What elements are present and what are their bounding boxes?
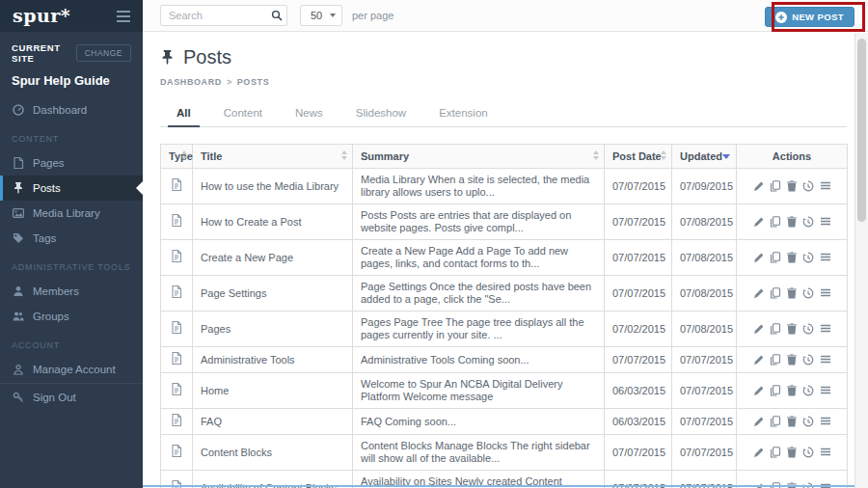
duplicate-icon[interactable]	[769, 323, 781, 336]
duplicate-icon[interactable]	[769, 252, 781, 264]
sidebar-item-members[interactable]: Members	[0, 279, 143, 304]
breadcrumb-dashboard[interactable]: DASHBOARD	[160, 77, 222, 87]
list-icon[interactable]	[819, 447, 831, 459]
sidebar-item-groups[interactable]: Groups	[0, 304, 143, 329]
sidebar-item-pages[interactable]: Pages	[0, 150, 143, 176]
edit-icon[interactable]	[752, 252, 765, 264]
history-icon[interactable]	[802, 252, 815, 264]
column-header-post-date[interactable]: Post Date	[605, 145, 672, 169]
delete-icon[interactable]	[786, 287, 799, 300]
history-icon[interactable]	[802, 447, 815, 459]
delete-icon[interactable]	[786, 416, 799, 428]
list-icon[interactable]	[819, 252, 831, 264]
sidebar-item-manage-account[interactable]: Manage Account	[0, 357, 143, 382]
list-icon[interactable]	[819, 216, 831, 229]
history-icon[interactable]	[802, 216, 815, 229]
sort-icon[interactable]	[181, 150, 187, 160]
edit-icon[interactable]	[752, 385, 765, 397]
history-icon[interactable]	[802, 180, 815, 193]
list-icon[interactable]	[819, 354, 831, 366]
edit-icon[interactable]	[752, 323, 765, 336]
user-icon	[12, 364, 24, 376]
duplicate-icon[interactable]	[769, 287, 781, 300]
list-icon[interactable]	[819, 416, 831, 428]
delete-icon[interactable]	[786, 385, 799, 397]
tab-extension[interactable]: Extension	[422, 100, 504, 126]
sidebar-item-sign-out[interactable]: Sign Out	[0, 385, 143, 410]
edit-icon[interactable]	[752, 216, 765, 229]
hamburger-menu-icon[interactable]	[117, 8, 130, 25]
delete-icon[interactable]	[786, 323, 799, 336]
post-title[interactable]: How to Create a Post	[193, 204, 353, 240]
history-icon[interactable]	[802, 287, 815, 300]
post-title[interactable]: Pages	[193, 312, 353, 347]
delete-icon[interactable]	[786, 180, 799, 193]
duplicate-icon[interactable]	[769, 385, 781, 397]
change-site-button[interactable]: CHANGE	[76, 44, 131, 62]
history-icon[interactable]	[802, 385, 815, 397]
edit-icon[interactable]	[752, 287, 765, 300]
delete-icon[interactable]	[786, 216, 799, 229]
post-title[interactable]: How to use the Media Library	[193, 169, 353, 204]
sidebar-item-label: Members	[33, 285, 79, 297]
search-icon[interactable]	[267, 10, 286, 21]
delete-icon[interactable]	[786, 354, 799, 366]
tab-news[interactable]: News	[279, 100, 339, 126]
column-header-summary[interactable]: Summary	[353, 145, 605, 169]
list-icon[interactable]	[819, 287, 831, 300]
edit-icon[interactable]	[752, 416, 765, 428]
sidebar-item-posts[interactable]: Posts	[0, 176, 143, 201]
sidebar-item-tags[interactable]: Tags	[0, 226, 143, 251]
updated-date: 07/08/2015	[672, 276, 737, 312]
sort-icon[interactable]	[593, 150, 599, 160]
duplicate-icon[interactable]	[769, 447, 781, 459]
sort-desc-icon[interactable]	[722, 154, 730, 159]
post-title[interactable]: Create a New Page	[193, 240, 353, 276]
post-title[interactable]: Administrative Tools	[193, 347, 353, 373]
edit-icon[interactable]	[752, 354, 765, 366]
sort-icon[interactable]	[341, 150, 347, 160]
list-icon[interactable]	[819, 180, 831, 193]
post-title[interactable]: Content Blocks	[193, 435, 353, 471]
duplicate-icon[interactable]	[769, 216, 781, 229]
page-size-select[interactable]: 50	[300, 5, 342, 26]
history-icon[interactable]	[802, 354, 815, 366]
list-icon[interactable]	[819, 323, 831, 336]
new-post-button[interactable]: NEW POST	[765, 7, 854, 27]
scrollbar-thumb[interactable]	[857, 39, 866, 222]
sort-icon[interactable]	[661, 150, 666, 160]
vertical-scrollbar[interactable]	[854, 33, 868, 488]
column-header-actions: Actions	[737, 145, 848, 169]
sidebar-item-dashboard[interactable]: Dashboard	[0, 97, 143, 122]
updated-date: 07/08/2015	[672, 204, 737, 240]
post-title[interactable]: Page Settings	[193, 276, 353, 312]
post-title[interactable]: Home	[193, 373, 353, 409]
tab-content[interactable]: Content	[207, 100, 279, 126]
post-summary: Administrative Tools Coming soon...	[353, 347, 605, 373]
table-row: FAQFAQ Coming soon...06/03/201507/07/201…	[161, 409, 848, 435]
column-header-updated[interactable]: Updated	[672, 145, 737, 169]
duplicate-icon[interactable]	[769, 180, 781, 193]
history-icon[interactable]	[802, 416, 815, 428]
search-input[interactable]	[161, 10, 267, 21]
breadcrumb-posts[interactable]: POSTS	[237, 77, 270, 87]
spur-logo: spur*	[13, 7, 70, 25]
document-icon	[171, 253, 182, 264]
duplicate-icon[interactable]	[769, 354, 781, 366]
edit-icon[interactable]	[752, 447, 765, 459]
delete-icon[interactable]	[786, 252, 799, 264]
tab-all[interactable]: All	[160, 100, 207, 126]
column-header-title[interactable]: Title	[193, 145, 353, 169]
pin-icon	[12, 182, 24, 195]
history-icon[interactable]	[802, 323, 815, 336]
sidebar-item-label: Pages	[33, 157, 65, 169]
sidebar-item-label: Sign Out	[33, 392, 76, 403]
list-icon[interactable]	[819, 385, 831, 397]
sidebar-item-media-library[interactable]: Media Library	[0, 201, 143, 226]
post-title[interactable]: FAQ	[193, 409, 353, 435]
edit-icon[interactable]	[752, 180, 765, 193]
column-header-type[interactable]: Type	[161, 145, 193, 169]
tab-slideshow[interactable]: Slideshow	[339, 100, 422, 126]
duplicate-icon[interactable]	[769, 416, 781, 428]
delete-icon[interactable]	[786, 447, 799, 459]
